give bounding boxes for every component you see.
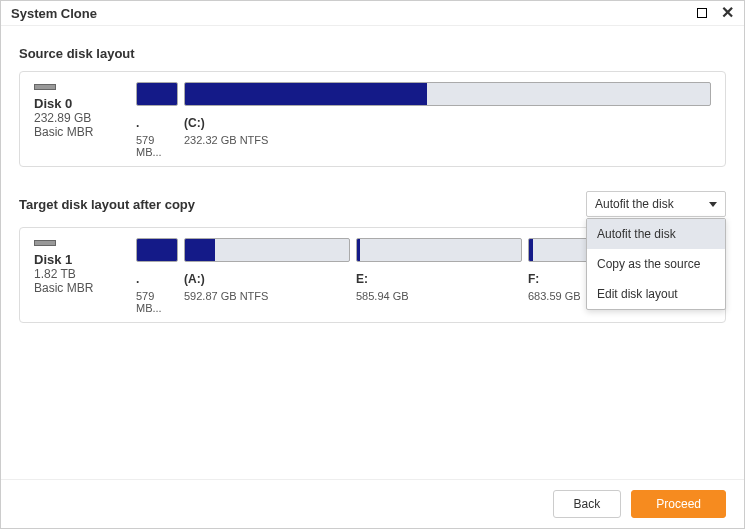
close-button[interactable]: ✕ [721, 5, 734, 21]
source-section-title: Source disk layout [19, 46, 726, 61]
target-partition-1[interactable]: (A:) 592.87 GB NTFS [184, 238, 350, 314]
layout-dropdown-selected: Autofit the disk [595, 197, 674, 211]
dropdown-option-autofit[interactable]: Autofit the disk [587, 219, 725, 249]
maximize-button[interactable] [697, 5, 707, 21]
target-disk-meta: Disk 1 1.82 TB Basic MBR [34, 238, 124, 314]
disk-icon [34, 84, 56, 90]
source-partitions: . 579 MB... (C:) 232.32 GB NTFS [136, 82, 711, 158]
source-disk-name: Disk 0 [34, 96, 124, 111]
source-disk-meta: Disk 0 232.89 GB Basic MBR [34, 82, 124, 158]
chevron-down-icon [709, 202, 717, 207]
dropdown-option-edit-layout[interactable]: Edit disk layout [587, 279, 725, 309]
target-disk-name: Disk 1 [34, 252, 124, 267]
source-disk-box: Disk 0 232.89 GB Basic MBR . 579 MB... (… [19, 71, 726, 167]
system-clone-window: System Clone ✕ Source disk layout Disk 0… [0, 0, 745, 529]
target-header: Target disk layout after copy Autofit th… [19, 191, 726, 217]
proceed-button[interactable]: Proceed [631, 490, 726, 518]
layout-dropdown-menu: Autofit the disk Copy as the source Edit… [586, 218, 726, 310]
footer: Back Proceed [1, 479, 744, 528]
source-partition-1[interactable]: (C:) 232.32 GB NTFS [184, 82, 711, 158]
target-disk-type: Basic MBR [34, 281, 124, 295]
maximize-icon [697, 8, 707, 18]
source-disk-size: 232.89 GB [34, 111, 124, 125]
titlebar: System Clone ✕ [1, 1, 744, 26]
layout-dropdown: Autofit the disk Autofit the disk Copy a… [586, 191, 726, 217]
disk-icon [34, 240, 56, 246]
source-disk-type: Basic MBR [34, 125, 124, 139]
back-button[interactable]: Back [553, 490, 622, 518]
layout-dropdown-button[interactable]: Autofit the disk [586, 191, 726, 217]
dropdown-option-copy-source[interactable]: Copy as the source [587, 249, 725, 279]
window-controls: ✕ [697, 5, 734, 21]
target-disk-size: 1.82 TB [34, 267, 124, 281]
content-area: Source disk layout Disk 0 232.89 GB Basi… [1, 26, 744, 479]
source-partition-0[interactable]: . 579 MB... [136, 82, 178, 158]
target-section-title: Target disk layout after copy [19, 197, 195, 212]
source-disk-row: Disk 0 232.89 GB Basic MBR . 579 MB... (… [34, 82, 711, 158]
target-partition-0[interactable]: . 579 MB... [136, 238, 178, 314]
window-title: System Clone [11, 6, 97, 21]
target-partition-2[interactable]: E: 585.94 GB [356, 238, 522, 314]
